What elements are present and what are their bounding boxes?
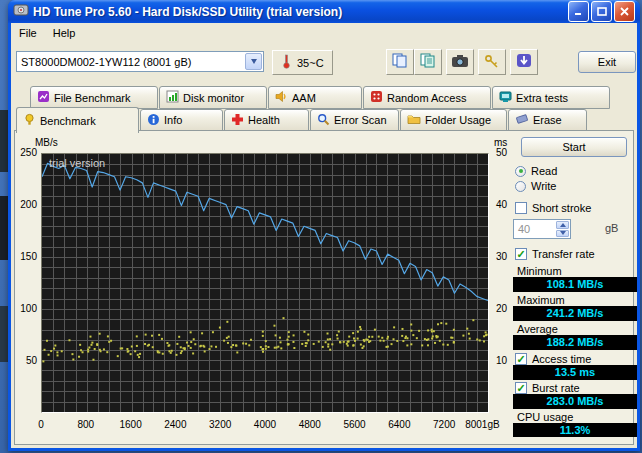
burst-rate-checkbox[interactable]: ✓ Burst rate bbox=[515, 382, 580, 394]
red-cross-icon bbox=[231, 113, 244, 128]
cpu-usage-value: 11.3% bbox=[513, 423, 637, 437]
minimize-button[interactable] bbox=[568, 1, 589, 22]
tab-label: Benchmark bbox=[40, 115, 96, 127]
access-time-value: 13.5 ms bbox=[513, 365, 637, 380]
tab-folder-usage[interactable]: Folder Usage bbox=[400, 109, 507, 131]
cpu-usage-label: CPU usage bbox=[517, 411, 573, 423]
access-time-checkbox[interactable]: ✓ Access time bbox=[515, 353, 591, 365]
tick-label: 150 bbox=[20, 251, 37, 262]
magnifier-icon bbox=[317, 113, 330, 128]
tick-label: 3200 bbox=[209, 419, 231, 430]
tab-info[interactable]: Info bbox=[140, 109, 223, 131]
tab-disk-monitor[interactable]: Disk monitor bbox=[159, 86, 267, 109]
keys-button[interactable] bbox=[478, 49, 506, 75]
tick-label: 2400 bbox=[164, 419, 186, 430]
tab-label: Error Scan bbox=[334, 114, 387, 126]
tick-label: 4800 bbox=[299, 419, 321, 430]
tick-label: 0 bbox=[38, 419, 44, 430]
checkbox-label: Burst rate bbox=[532, 382, 580, 394]
file-benchmark-icon bbox=[37, 90, 50, 105]
y-left-unit: MB/s bbox=[35, 137, 58, 148]
copy-text-icon bbox=[420, 53, 436, 71]
tab-label: Extra tests bbox=[516, 92, 568, 104]
radio-label: Write bbox=[531, 180, 556, 192]
short-stroke-size-input[interactable]: 40 bbox=[513, 219, 571, 239]
average-value: 188.2 MB/s bbox=[513, 335, 637, 350]
dropdown-arrow-icon[interactable] bbox=[245, 53, 262, 70]
tick-label: 200 bbox=[20, 199, 37, 210]
tab-error-scan[interactable]: Error Scan bbox=[310, 109, 399, 131]
app-icon bbox=[13, 2, 29, 22]
close-button[interactable] bbox=[614, 1, 635, 22]
tick-label: 250 bbox=[20, 147, 37, 158]
lamp-icon bbox=[23, 113, 36, 128]
speaker-icon bbox=[275, 90, 288, 105]
checkbox-label: Transfer rate bbox=[532, 248, 595, 260]
short-stroke-unit: gB bbox=[605, 222, 618, 234]
checkbox-icon bbox=[515, 202, 527, 214]
tick-label: 4000 bbox=[254, 419, 276, 430]
radio-label: Read bbox=[531, 165, 557, 177]
tick-label: 8001gB bbox=[465, 419, 499, 430]
thermometer-icon bbox=[281, 54, 292, 71]
tick-label: 7200 bbox=[433, 419, 455, 430]
short-stroke-checkbox[interactable]: Short stroke bbox=[515, 202, 591, 214]
tab-random-access[interactable]: Random Access bbox=[363, 86, 491, 109]
average-label: Average bbox=[517, 323, 558, 335]
tab-erase[interactable]: Erase bbox=[508, 109, 587, 131]
tab-aam[interactable]: AAM bbox=[268, 86, 362, 109]
screenshot-button[interactable] bbox=[446, 49, 474, 75]
exit-button[interactable]: Exit bbox=[578, 51, 636, 73]
maximum-label: Maximum bbox=[517, 294, 565, 306]
spin-down-button[interactable] bbox=[556, 230, 569, 238]
toolbar: ST8000DM002-1YW112 (8001 gB) 35~C bbox=[11, 44, 637, 83]
burst-rate-value: 283.0 MB/s bbox=[513, 394, 637, 409]
benchmark-controls: Start Read Write Short stroke 40 bbox=[507, 131, 637, 444]
spin-up-button[interactable] bbox=[556, 221, 569, 229]
copy-button[interactable] bbox=[386, 49, 414, 75]
write-radio[interactable]: Write bbox=[515, 180, 556, 192]
copy-text-button[interactable] bbox=[414, 49, 442, 75]
tick-label: 5600 bbox=[343, 419, 365, 430]
download-button[interactable] bbox=[510, 49, 538, 75]
start-button[interactable]: Start bbox=[521, 137, 627, 157]
client-area: File Help ST8000DM002-1YW112 (8001 gB) 3… bbox=[11, 23, 637, 448]
benchmark-page: MB/s ms trial version 501001502002501020… bbox=[14, 130, 634, 445]
short-stroke-size-value: 40 bbox=[514, 223, 555, 235]
drive-select[interactable]: ST8000DM002-1YW112 (8001 gB) bbox=[16, 51, 264, 72]
transfer-rate-checkbox[interactable]: ✓ Transfer rate bbox=[515, 248, 595, 260]
tab-file-benchmark[interactable]: File Benchmark bbox=[30, 86, 158, 109]
menu-file[interactable]: File bbox=[19, 27, 37, 39]
minimum-value: 108.1 MB/s bbox=[513, 277, 637, 292]
tab-health[interactable]: Health bbox=[224, 109, 309, 131]
app-window: HD Tune Pro 5.60 - Hard Disk/SSD Utility… bbox=[8, 0, 640, 451]
window-title: HD Tune Pro 5.60 - Hard Disk/SSD Utility… bbox=[33, 5, 564, 19]
drive-select-value: ST8000DM002-1YW112 (8001 gB) bbox=[17, 56, 245, 68]
tick-label: 100 bbox=[20, 303, 37, 314]
disk-monitor-icon bbox=[166, 90, 179, 105]
checkbox-icon: ✓ bbox=[515, 248, 527, 260]
radio-icon bbox=[515, 181, 526, 192]
menu-help[interactable]: Help bbox=[53, 27, 76, 39]
info-icon bbox=[147, 113, 160, 128]
tick-label: 20 bbox=[496, 303, 507, 314]
minimum-label: Minimum bbox=[517, 265, 562, 277]
maximize-button[interactable] bbox=[591, 1, 612, 22]
eraser-icon bbox=[515, 113, 529, 127]
menu-bar: File Help bbox=[11, 23, 637, 43]
tick-label: 50 bbox=[496, 147, 507, 158]
copy-icon bbox=[392, 53, 408, 71]
tick-label: 50 bbox=[26, 355, 37, 366]
tab-benchmark[interactable]: Benchmark bbox=[16, 107, 139, 133]
tick-label: 800 bbox=[77, 419, 94, 430]
titlebar[interactable]: HD Tune Pro 5.60 - Hard Disk/SSD Utility… bbox=[8, 0, 640, 23]
read-radio[interactable]: Read bbox=[515, 165, 557, 177]
tick-label: 6400 bbox=[388, 419, 410, 430]
benchmark-chart: trial version bbox=[41, 153, 489, 413]
maximum-value: 241.2 MB/s bbox=[513, 306, 637, 321]
checkbox-label: Short stroke bbox=[532, 202, 591, 214]
temperature-value: 35~C bbox=[297, 57, 324, 69]
temperature-indicator: 35~C bbox=[272, 50, 333, 75]
tab-extra-tests[interactable]: Extra tests bbox=[492, 86, 610, 109]
tick-label: 10 bbox=[496, 355, 507, 366]
